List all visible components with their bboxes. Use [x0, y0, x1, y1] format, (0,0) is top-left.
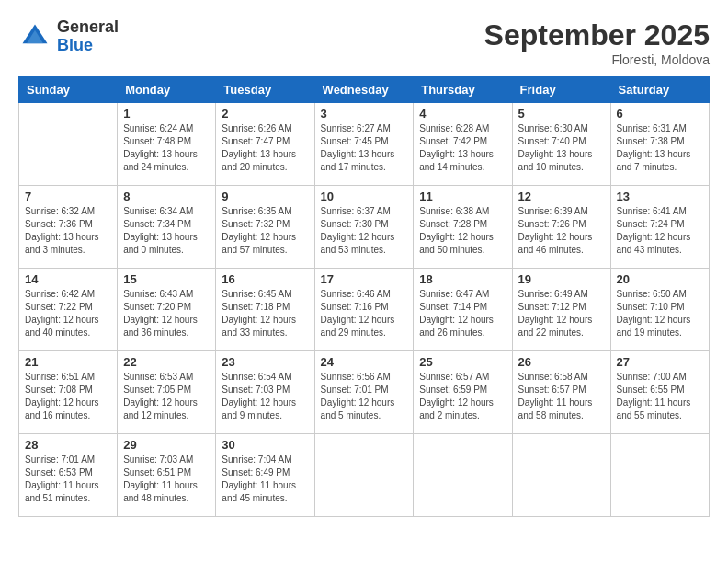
month-year-title: September 2025 — [484, 18, 710, 52]
day-info: Sunrise: 6:30 AM Sunset: 7:40 PM Dayligh… — [518, 122, 605, 174]
calendar-cell: 2Sunrise: 6:26 AM Sunset: 7:47 PM Daylig… — [216, 103, 314, 186]
calendar-cell: 19Sunrise: 6:49 AM Sunset: 7:12 PM Dayli… — [512, 269, 610, 351]
day-info: Sunrise: 6:47 AM Sunset: 7:14 PM Dayligh… — [419, 288, 506, 339]
day-number: 25 — [419, 355, 506, 369]
day-info: Sunrise: 6:41 AM Sunset: 7:24 PM Dayligh… — [617, 205, 703, 257]
calendar-header-row: SundayMondayTuesdayWednesdayThursdayFrid… — [19, 77, 710, 103]
calendar-cell: 1Sunrise: 6:24 AM Sunset: 7:48 PM Daylig… — [118, 103, 216, 186]
calendar-cell: 23Sunrise: 6:54 AM Sunset: 7:03 PM Dayli… — [216, 351, 314, 434]
calendar-cell: 24Sunrise: 6:56 AM Sunset: 7:01 PM Dayli… — [314, 351, 414, 434]
day-number: 22 — [123, 355, 210, 369]
day-number: 5 — [518, 107, 605, 121]
day-number: 7 — [25, 190, 111, 203]
calendar-cell: 28Sunrise: 7:01 AM Sunset: 6:53 PM Dayli… — [19, 434, 118, 517]
logo-general: General — [57, 18, 119, 37]
day-info: Sunrise: 6:42 AM Sunset: 7:22 PM Dayligh… — [25, 288, 111, 339]
calendar-cell: 13Sunrise: 6:41 AM Sunset: 7:24 PM Dayli… — [610, 186, 709, 269]
day-of-week-header: Wednesday — [314, 77, 414, 103]
calendar-cell: 7Sunrise: 6:32 AM Sunset: 7:36 PM Daylig… — [19, 186, 118, 269]
day-info: Sunrise: 6:49 AM Sunset: 7:12 PM Dayligh… — [518, 288, 605, 339]
day-info: Sunrise: 6:32 AM Sunset: 7:36 PM Dayligh… — [25, 205, 111, 257]
day-info: Sunrise: 6:39 AM Sunset: 7:26 PM Dayligh… — [518, 205, 605, 257]
day-number: 21 — [25, 355, 111, 369]
calendar-week-row: 14Sunrise: 6:42 AM Sunset: 7:22 PM Dayli… — [19, 269, 710, 351]
day-number: 19 — [518, 272, 605, 286]
day-number: 12 — [518, 190, 605, 203]
calendar-cell: 3Sunrise: 6:27 AM Sunset: 7:45 PM Daylig… — [314, 103, 414, 186]
calendar-cell: 9Sunrise: 6:35 AM Sunset: 7:32 PM Daylig… — [216, 186, 314, 269]
day-number: 17 — [321, 272, 408, 286]
calendar-cell — [512, 434, 610, 517]
day-number: 3 — [321, 107, 408, 121]
day-info: Sunrise: 6:53 AM Sunset: 7:05 PM Dayligh… — [123, 371, 210, 422]
day-info: Sunrise: 6:50 AM Sunset: 7:10 PM Dayligh… — [617, 288, 703, 339]
day-number: 8 — [123, 190, 210, 203]
day-info: Sunrise: 6:24 AM Sunset: 7:48 PM Dayligh… — [123, 122, 210, 174]
calendar-cell: 15Sunrise: 6:43 AM Sunset: 7:20 PM Dayli… — [118, 269, 216, 351]
calendar-cell: 18Sunrise: 6:47 AM Sunset: 7:14 PM Dayli… — [414, 269, 512, 351]
calendar-cell: 16Sunrise: 6:45 AM Sunset: 7:18 PM Dayli… — [216, 269, 314, 351]
day-number: 23 — [222, 355, 308, 369]
logo: General Blue — [18, 18, 119, 55]
calendar-cell: 11Sunrise: 6:38 AM Sunset: 7:28 PM Dayli… — [414, 186, 512, 269]
day-number: 26 — [518, 355, 605, 369]
calendar-cell: 30Sunrise: 7:04 AM Sunset: 6:49 PM Dayli… — [216, 434, 314, 517]
calendar-cell: 25Sunrise: 6:57 AM Sunset: 6:59 PM Dayli… — [414, 351, 512, 434]
calendar-cell: 26Sunrise: 6:58 AM Sunset: 6:57 PM Dayli… — [512, 351, 610, 434]
location-subtitle: Floresti, Moldova — [484, 52, 710, 67]
day-info: Sunrise: 6:35 AM Sunset: 7:32 PM Dayligh… — [222, 205, 308, 257]
day-number: 10 — [321, 190, 408, 203]
calendar-table: SundayMondayTuesdayWednesdayThursdayFrid… — [18, 76, 710, 517]
day-info: Sunrise: 6:34 AM Sunset: 7:34 PM Dayligh… — [123, 205, 210, 257]
calendar-cell: 21Sunrise: 6:51 AM Sunset: 7:08 PM Dayli… — [19, 351, 118, 434]
day-number: 11 — [419, 190, 506, 203]
day-info: Sunrise: 6:56 AM Sunset: 7:01 PM Dayligh… — [321, 371, 408, 422]
day-number: 28 — [25, 438, 111, 452]
day-info: Sunrise: 6:46 AM Sunset: 7:16 PM Dayligh… — [321, 288, 408, 339]
day-info: Sunrise: 6:58 AM Sunset: 6:57 PM Dayligh… — [518, 371, 605, 422]
day-info: Sunrise: 6:38 AM Sunset: 7:28 PM Dayligh… — [419, 205, 506, 257]
calendar-week-row: 21Sunrise: 6:51 AM Sunset: 7:08 PM Dayli… — [19, 351, 710, 434]
logo-text: General Blue — [57, 18, 119, 55]
calendar-cell: 17Sunrise: 6:46 AM Sunset: 7:16 PM Dayli… — [314, 269, 414, 351]
calendar-cell — [19, 103, 118, 186]
day-of-week-header: Thursday — [414, 77, 512, 103]
calendar-cell: 22Sunrise: 6:53 AM Sunset: 7:05 PM Dayli… — [118, 351, 216, 434]
day-number: 29 — [123, 438, 210, 452]
day-number: 24 — [321, 355, 408, 369]
calendar-cell: 14Sunrise: 6:42 AM Sunset: 7:22 PM Dayli… — [19, 269, 118, 351]
day-number: 2 — [222, 107, 308, 121]
day-info: Sunrise: 6:31 AM Sunset: 7:38 PM Dayligh… — [617, 122, 703, 174]
day-info: Sunrise: 6:45 AM Sunset: 7:18 PM Dayligh… — [222, 288, 308, 339]
day-of-week-header: Friday — [512, 77, 610, 103]
day-number: 6 — [617, 107, 703, 121]
day-info: Sunrise: 6:27 AM Sunset: 7:45 PM Dayligh… — [321, 122, 408, 174]
day-number: 14 — [25, 272, 111, 286]
calendar-cell: 4Sunrise: 6:28 AM Sunset: 7:42 PM Daylig… — [414, 103, 512, 186]
day-of-week-header: Saturday — [610, 77, 709, 103]
calendar-cell: 27Sunrise: 7:00 AM Sunset: 6:55 PM Dayli… — [610, 351, 709, 434]
day-info: Sunrise: 6:51 AM Sunset: 7:08 PM Dayligh… — [25, 371, 111, 422]
calendar-cell — [610, 434, 709, 517]
calendar-cell: 12Sunrise: 6:39 AM Sunset: 7:26 PM Dayli… — [512, 186, 610, 269]
day-number: 4 — [419, 107, 506, 121]
calendar-cell — [314, 434, 414, 517]
logo-icon — [18, 20, 51, 53]
day-info: Sunrise: 6:54 AM Sunset: 7:03 PM Dayligh… — [222, 371, 308, 422]
day-number: 18 — [419, 272, 506, 286]
day-number: 27 — [617, 355, 703, 369]
day-info: Sunrise: 6:28 AM Sunset: 7:42 PM Dayligh… — [419, 122, 506, 174]
day-number: 20 — [617, 272, 703, 286]
calendar-week-row: 7Sunrise: 6:32 AM Sunset: 7:36 PM Daylig… — [19, 186, 710, 269]
day-of-week-header: Monday — [118, 77, 216, 103]
calendar-cell: 20Sunrise: 6:50 AM Sunset: 7:10 PM Dayli… — [610, 269, 709, 351]
day-info: Sunrise: 6:43 AM Sunset: 7:20 PM Dayligh… — [123, 288, 210, 339]
day-info: Sunrise: 6:57 AM Sunset: 6:59 PM Dayligh… — [419, 371, 506, 422]
calendar-week-row: 1Sunrise: 6:24 AM Sunset: 7:48 PM Daylig… — [19, 103, 710, 186]
calendar-week-row: 28Sunrise: 7:01 AM Sunset: 6:53 PM Dayli… — [19, 434, 710, 517]
day-number: 15 — [123, 272, 210, 286]
day-number: 30 — [222, 438, 308, 452]
calendar-cell: 8Sunrise: 6:34 AM Sunset: 7:34 PM Daylig… — [118, 186, 216, 269]
day-info: Sunrise: 6:26 AM Sunset: 7:47 PM Dayligh… — [222, 122, 308, 174]
day-info: Sunrise: 7:01 AM Sunset: 6:53 PM Dayligh… — [25, 454, 111, 505]
